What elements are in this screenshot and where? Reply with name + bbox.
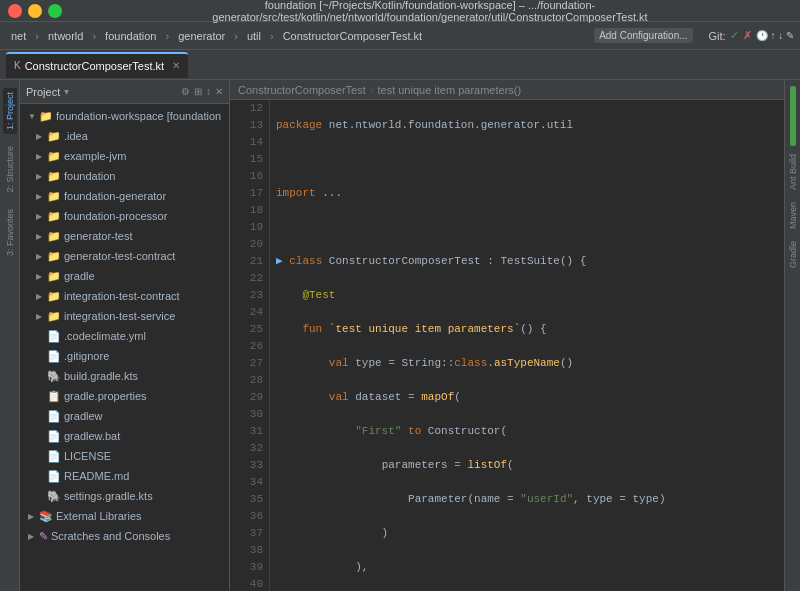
editor-area: ConstructorComposerTest › test unique it… — [230, 80, 784, 591]
codeclimate-icon: 📄 — [47, 330, 61, 343]
window-title: foundation [~/Projects/Kotlin/foundation… — [68, 0, 792, 23]
git-icons: 🕐 ↑ ↓ ✎ — [756, 30, 794, 41]
gradlew-bat-icon: 📄 — [47, 430, 61, 443]
tree-license[interactable]: ▶ 📄 LICENSE — [20, 446, 229, 466]
project-tree: ▼ 📁 foundation-workspace [foundation ▶ 📁… — [20, 104, 229, 591]
breadcrumb-method: test unique item parameters() — [377, 84, 521, 96]
fg-arrow-icon: ▶ — [36, 192, 44, 201]
project-label: Project — [26, 86, 60, 98]
nav-generator[interactable]: generator — [173, 28, 230, 44]
build-gradle-icon: 🐘 — [47, 370, 61, 383]
gt-label: generator-test — [64, 230, 132, 242]
gt-folder-icon: 📁 — [47, 230, 61, 243]
fg-folder-icon: 📁 — [47, 190, 61, 203]
itc-label: integration-test-contract — [64, 290, 180, 302]
tree-settings-gradle[interactable]: ▶ 🐘 settings.gradle.kts — [20, 486, 229, 506]
itc-folder-icon: 📁 — [47, 290, 61, 303]
idea-label: .idea — [64, 130, 88, 142]
maven-tab[interactable]: Maven — [787, 198, 799, 233]
tree-gradle[interactable]: ▶ 📁 gradle — [20, 266, 229, 286]
tree-gradlew[interactable]: ▶ 📄 gradlew — [20, 406, 229, 426]
g-folder-icon: 📁 — [47, 270, 61, 283]
root-label: foundation-workspace [foundation — [56, 110, 221, 122]
tree-generator-test-contract[interactable]: ▶ 📁 generator-test-contract — [20, 246, 229, 266]
gradle-props-icon: 📋 — [47, 390, 61, 403]
ex-label: example-jvm — [64, 150, 126, 162]
nav-net[interactable]: net — [6, 28, 31, 44]
maximize-button[interactable] — [48, 4, 62, 18]
gear-icon[interactable]: ⚙ — [181, 86, 190, 97]
tree-root[interactable]: ▼ 📁 foundation-workspace [foundation — [20, 106, 229, 126]
editor-tab-constructor[interactable]: K ConstructorComposerTest.kt ✕ — [6, 52, 188, 78]
tree-build-gradle[interactable]: ▶ 🐘 build.gradle.kts — [20, 366, 229, 386]
fg-label: foundation-generator — [64, 190, 166, 202]
itc-arrow-icon: ▶ — [36, 292, 44, 301]
nav-foundation[interactable]: foundation — [100, 28, 161, 44]
panel-header-icons: ⚙ ⊞ ↕ ✕ — [181, 86, 223, 97]
ant-build-tab[interactable]: Ant Build — [787, 150, 799, 194]
tree-external-libs[interactable]: ▶ 📚 External Libraries — [20, 506, 229, 526]
sidebar-item-structure[interactable]: 2: Structure — [3, 142, 17, 197]
expand-icon[interactable]: ↕ — [206, 86, 211, 97]
root-arrow-icon: ▼ — [28, 112, 36, 121]
its-arrow-icon: ▶ — [36, 312, 44, 321]
project-panel: Project ▾ ⚙ ⊞ ↕ ✕ ▼ 📁 foundation-workspa… — [20, 80, 230, 591]
tree-gradle-props[interactable]: ▶ 📋 gradle.properties — [20, 386, 229, 406]
gtc-label: generator-test-contract — [64, 250, 175, 262]
tree-idea[interactable]: ▶ 📁 .idea — [20, 126, 229, 146]
tree-integration-test-service[interactable]: ▶ 📁 integration-test-service — [20, 306, 229, 326]
tree-gradlew-bat[interactable]: ▶ 📄 gradlew.bat — [20, 426, 229, 446]
build-gradle-label: build.gradle.kts — [64, 370, 138, 382]
right-tabs: Ant Build Maven Gradle — [784, 80, 800, 591]
fp-label: foundation-processor — [64, 210, 167, 222]
code-editor[interactable]: package net.ntworld.foundation.generator… — [270, 100, 784, 591]
scratches-label: Scratches and Consoles — [51, 530, 170, 542]
add-configuration-button[interactable]: Add Configuration... — [594, 28, 692, 43]
found-folder-icon: 📁 — [47, 170, 61, 183]
ext-libs-label: External Libraries — [56, 510, 142, 522]
editor-toolbar: K ConstructorComposerTest.kt ✕ — [0, 50, 800, 80]
tree-gitignore[interactable]: ▶ 📄 .gitignore — [20, 346, 229, 366]
gradle-tab[interactable]: Gradle — [787, 237, 799, 272]
gradle-props-label: gradle.properties — [64, 390, 147, 402]
tree-foundation[interactable]: ▶ 📁 foundation — [20, 166, 229, 186]
gt-arrow-icon: ▶ — [36, 232, 44, 241]
close-panel-icon[interactable]: ✕ — [215, 86, 223, 97]
gitignore-icon: 📄 — [47, 350, 61, 363]
gitignore-label: .gitignore — [64, 350, 109, 362]
settings-gradle-icon: 🐘 — [47, 490, 61, 503]
codeclimate-label: .codeclimate.yml — [64, 330, 146, 342]
g-arrow-icon: ▶ — [36, 272, 44, 281]
sidebar-item-favorites[interactable]: 3: Favorites — [3, 205, 17, 260]
g-label: gradle — [64, 270, 95, 282]
nav-ntworld[interactable]: ntworld — [43, 28, 88, 44]
tree-readme[interactable]: ▶ 📄 README.md — [20, 466, 229, 486]
tree-codeclimate[interactable]: ▶ 📄 .codeclimate.yml — [20, 326, 229, 346]
breadcrumb-class: ConstructorComposerTest — [238, 84, 366, 96]
sidebar-item-project[interactable]: 1: Project — [3, 88, 17, 134]
license-label: LICENSE — [64, 450, 111, 462]
tree-scratches[interactable]: ▶ ✎ Scratches and Consoles — [20, 526, 229, 546]
gradlew-label: gradlew — [64, 410, 103, 422]
tree-foundation-processor[interactable]: ▶ 📁 foundation-processor — [20, 206, 229, 226]
nav-file[interactable]: ConstructorComposerTest.kt — [278, 28, 427, 44]
git-check-icon: ✓ — [730, 29, 739, 42]
tree-integration-test-contract[interactable]: ▶ 📁 integration-test-contract — [20, 286, 229, 306]
tree-example-jvm[interactable]: ▶ 📁 example-jvm — [20, 146, 229, 166]
project-panel-header: Project ▾ ⚙ ⊞ ↕ ✕ — [20, 80, 229, 104]
gradlew-icon: 📄 — [47, 410, 61, 423]
layout-icon[interactable]: ⊞ — [194, 86, 202, 97]
tree-generator-test[interactable]: ▶ 📁 generator-test — [20, 226, 229, 246]
close-button[interactable] — [8, 4, 22, 18]
gtc-arrow-icon: ▶ — [36, 252, 44, 261]
idea-folder-icon: 📁 — [47, 130, 61, 143]
tree-foundation-generator[interactable]: ▶ 📁 foundation-generator — [20, 186, 229, 206]
title-bar: foundation [~/Projects/Kotlin/foundation… — [0, 0, 800, 22]
nav-util[interactable]: util — [242, 28, 266, 44]
editor-content[interactable]: 12 13 14 15 16 17 18 19 20 21 22 23 24 2… — [230, 100, 784, 591]
minimize-button[interactable] — [28, 4, 42, 18]
main-row: 1: Project 2: Structure 3: Favorites Pro… — [0, 80, 800, 591]
idea-arrow-icon: ▶ — [36, 132, 44, 141]
ext-lib-icon: 📚 — [39, 510, 53, 523]
tab-close-icon[interactable]: ✕ — [172, 60, 180, 71]
